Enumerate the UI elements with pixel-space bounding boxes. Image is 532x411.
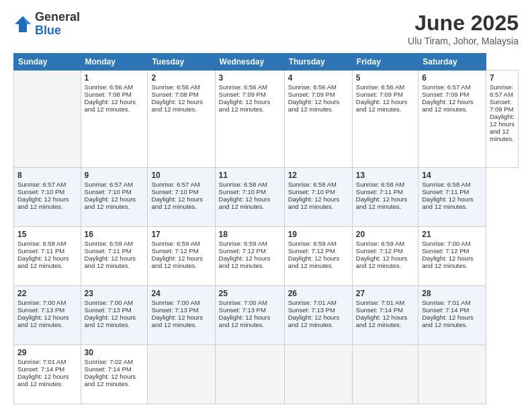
daylight-text: Daylight: 12 hours and 12 minutes. [85, 373, 136, 387]
daylight-text: Daylight: 12 hours and 12 minutes. [85, 195, 136, 210]
cell-0-4: 4Sunrise: 6:56 AMSunset: 7:09 PMDaylight… [284, 71, 352, 168]
daylight-text: Daylight: 12 hours and 12 minutes. [219, 195, 271, 210]
cell-2-6: 21Sunrise: 7:00 AMSunset: 7:12 PMDayligh… [418, 226, 486, 285]
sunset-text: Sunset: 7:09 PM [288, 91, 335, 98]
day-number: 27 [356, 289, 414, 298]
daylight-text: Daylight: 12 hours and 12 minutes. [17, 255, 69, 269]
day-number: 23 [85, 289, 144, 298]
cell-3-0: 22Sunrise: 7:00 AMSunset: 7:13 PMDayligh… [14, 285, 81, 345]
sunrise-text: Sunrise: 7:01 AM [356, 299, 404, 306]
daylight-text: Daylight: 12 hours and 12 minutes. [219, 255, 271, 269]
sunrise-text: Sunrise: 7:00 AM [85, 299, 133, 306]
cell-2-1: 16Sunrise: 6:59 AMSunset: 7:11 PMDayligh… [81, 226, 148, 285]
sunrise-text: Sunrise: 6:58 AM [17, 240, 66, 247]
cell-1-1: 9Sunrise: 6:57 AMSunset: 7:10 PMDaylight… [81, 167, 148, 226]
cell-1-2: 10Sunrise: 6:57 AMSunset: 7:10 PMDayligh… [148, 167, 215, 226]
sunrise-text: Sunrise: 6:58 AM [288, 181, 337, 188]
sunset-text: Sunset: 7:14 PM [85, 365, 132, 373]
sunset-text: Sunset: 7:12 PM [151, 247, 198, 255]
day-number: 17 [151, 230, 211, 239]
sunset-text: Sunset: 7:09 PM [356, 91, 403, 98]
week-row-2: 15Sunrise: 6:58 AMSunset: 7:11 PMDayligh… [14, 226, 519, 285]
week-row-4: 29Sunrise: 7:01 AMSunset: 7:14 PMDayligh… [14, 345, 519, 404]
sunset-text: Sunset: 7:11 PM [422, 188, 469, 195]
sunrise-text: Sunrise: 7:00 AM [17, 299, 66, 306]
sunrise-text: Sunrise: 6:58 AM [219, 181, 267, 188]
daylight-text: Daylight: 12 hours and 12 minutes. [151, 314, 203, 328]
title-block: June 2025 Ulu Tiram, Johor, Malaysia [408, 11, 519, 46]
cell-3-2: 24Sunrise: 7:00 AMSunset: 7:13 PMDayligh… [148, 285, 215, 345]
cell-0-5: 5Sunrise: 6:56 AMSunset: 7:09 PMDaylight… [352, 71, 418, 168]
day-number: 3 [219, 73, 281, 83]
sunrise-text: Sunrise: 6:57 AM [151, 181, 200, 188]
daylight-text: Daylight: 12 hours and 12 minutes. [356, 98, 408, 113]
logo-blue: Blue [35, 24, 80, 38]
col-thursday: Thursday [284, 54, 352, 71]
sunrise-text: Sunrise: 6:59 AM [356, 240, 404, 247]
daylight-text: Daylight: 12 hours and 12 minutes. [422, 98, 474, 113]
daylight-text: Daylight: 12 hours and 12 minutes. [422, 255, 474, 269]
cell-0-6: 6Sunrise: 6:57 AMSunset: 7:09 PMDaylight… [418, 71, 486, 168]
cell-3-6: 28Sunrise: 7:01 AMSunset: 7:14 PMDayligh… [418, 285, 486, 345]
cell-4-3 [215, 345, 284, 404]
cell-1-6: 14Sunrise: 6:58 AMSunset: 7:11 PMDayligh… [418, 167, 486, 226]
sunset-text: Sunset: 7:12 PM [422, 247, 469, 255]
week-row-1: 8Sunrise: 6:57 AMSunset: 7:10 PMDaylight… [14, 167, 519, 226]
sunset-text: Sunset: 7:13 PM [85, 306, 132, 314]
logo-icon [13, 15, 32, 34]
daylight-text: Daylight: 12 hours and 12 minutes. [356, 314, 408, 328]
sunset-text: Sunset: 7:14 PM [17, 365, 64, 373]
day-number: 11 [219, 171, 281, 180]
sunrise-text: Sunrise: 6:56 AM [219, 83, 267, 91]
sunset-text: Sunset: 7:10 PM [17, 188, 64, 195]
sunrise-text: Sunrise: 7:00 AM [219, 299, 267, 306]
sunset-text: Sunset: 7:08 PM [85, 91, 132, 98]
cell-0-1: 1Sunrise: 6:56 AMSunset: 7:08 PMDaylight… [81, 71, 148, 168]
cell-4-6 [418, 345, 486, 404]
daylight-text: Daylight: 12 hours and 12 minutes. [85, 314, 136, 328]
cell-3-4: 26Sunrise: 7:01 AMSunset: 7:13 PMDayligh… [284, 285, 352, 345]
cell-3-5: 27Sunrise: 7:01 AMSunset: 7:14 PMDayligh… [352, 285, 418, 345]
sunset-text: Sunset: 7:13 PM [17, 306, 64, 314]
day-number: 28 [422, 289, 482, 298]
daylight-text: Daylight: 12 hours and 12 minutes. [422, 314, 474, 328]
cell-0-0 [14, 71, 81, 168]
sunset-text: Sunset: 7:12 PM [356, 247, 403, 255]
sunset-text: Sunset: 7:10 PM [288, 188, 335, 195]
day-number: 9 [85, 171, 144, 180]
cell-0-7: 7Sunrise: 6:57 AMSunset: 7:09 PMDaylight… [486, 71, 518, 168]
sunset-text: Sunset: 7:12 PM [288, 247, 335, 255]
sunrise-text: Sunrise: 7:02 AM [85, 358, 133, 365]
sunrise-text: Sunrise: 7:00 AM [422, 240, 470, 247]
sunset-text: Sunset: 7:09 PM [490, 98, 513, 113]
day-number: 30 [85, 348, 144, 357]
daylight-text: Daylight: 12 hours and 12 minutes. [151, 255, 203, 269]
sunrise-text: Sunrise: 6:58 AM [356, 181, 404, 188]
day-number: 4 [288, 73, 349, 83]
sunset-text: Sunset: 7:10 PM [85, 188, 132, 195]
daylight-text: Daylight: 12 hours and 12 minutes. [85, 255, 136, 269]
sunrise-text: Sunrise: 6:56 AM [85, 83, 133, 91]
cell-4-5 [352, 345, 418, 404]
sunset-text: Sunset: 7:13 PM [288, 306, 335, 314]
sunrise-text: Sunrise: 6:57 AM [85, 181, 133, 188]
day-number: 29 [17, 348, 77, 357]
sunrise-text: Sunrise: 7:01 AM [288, 299, 337, 306]
day-number: 21 [422, 230, 482, 239]
daylight-text: Daylight: 12 hours and 12 minutes. [151, 98, 203, 113]
logo: General Blue [13, 11, 80, 38]
sunset-text: Sunset: 7:09 PM [422, 91, 469, 98]
cell-2-4: 19Sunrise: 6:59 AMSunset: 7:12 PMDayligh… [284, 226, 352, 285]
cell-4-0: 29Sunrise: 7:01 AMSunset: 7:14 PMDayligh… [14, 345, 81, 404]
daylight-text: Daylight: 12 hours and 12 minutes. [17, 195, 69, 210]
daylight-text: Daylight: 12 hours and 12 minutes. [490, 113, 515, 142]
day-number: 18 [219, 230, 281, 239]
daylight-text: Daylight: 12 hours and 12 minutes. [85, 98, 136, 113]
daylight-text: Daylight: 12 hours and 12 minutes. [151, 195, 203, 210]
sunrise-text: Sunrise: 6:59 AM [151, 240, 200, 247]
sunrise-text: Sunrise: 6:56 AM [151, 83, 200, 91]
sunrise-text: Sunrise: 6:57 AM [490, 83, 513, 98]
calendar-page: General Blue June 2025 Ulu Tiram, Johor,… [0, 0, 532, 411]
sunrise-text: Sunrise: 6:59 AM [219, 240, 267, 247]
cell-3-1: 23Sunrise: 7:00 AMSunset: 7:13 PMDayligh… [81, 285, 148, 345]
